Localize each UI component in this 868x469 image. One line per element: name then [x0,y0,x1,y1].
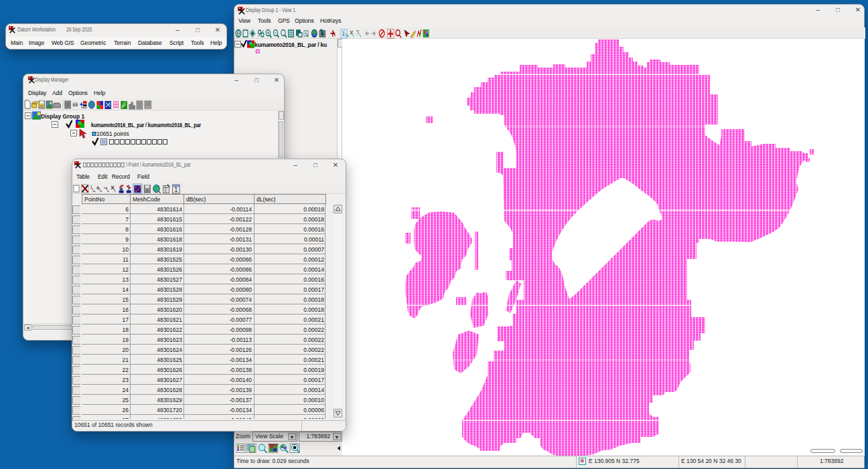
svg-text:?: ? [356,29,359,37]
svg-text:1: 1 [174,186,177,193]
svg-text:1: 1 [342,30,345,37]
